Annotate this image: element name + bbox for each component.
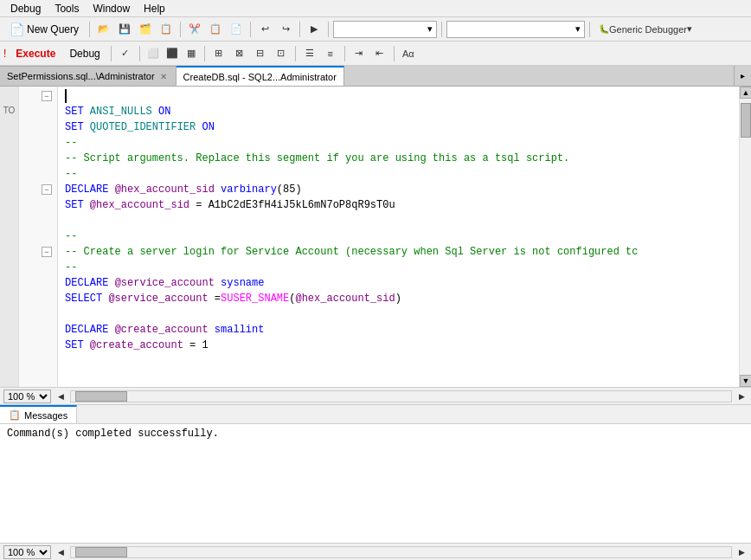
comment-6: --	[65, 260, 77, 275]
code-line-cursor	[65, 88, 732, 104]
t2-btn12[interactable]: Aα	[399, 44, 418, 63]
t2-btn6[interactable]: ⊟	[251, 44, 270, 63]
kw-declare-3: DECLARE	[65, 322, 108, 338]
code-line-13: DECLARE @create_account smallint	[65, 322, 732, 338]
cut-button[interactable]: ✂️	[185, 20, 204, 39]
toolbar-row-1: 📄 New Query 📂 💾 🗂️ 📋 ✂️ 📋 📄 ↩ ↪ ▶ ▾ ▾ 🐛 …	[0, 17, 751, 42]
new-query-button[interactable]: 📄 New Query	[3, 20, 85, 39]
scroll-down-button[interactable]: ▼	[740, 375, 751, 387]
gutter-row-17	[19, 338, 57, 353]
t2-btn9[interactable]: ≡	[321, 44, 340, 63]
menu-tools[interactable]: Tools	[48, 1, 86, 16]
close-icon-setpermissions[interactable]: ✕	[158, 72, 169, 81]
hscroll-thumb[interactable]	[75, 391, 127, 402]
t2-btn1[interactable]: ⬜	[144, 44, 162, 63]
code-line-11: DECLARE @service_account sysname	[65, 275, 732, 291]
messages-horizontal-scrollbar[interactable]	[70, 546, 732, 558]
var-hex-account-3: @hex_account_sid	[295, 291, 395, 306]
kw-set-1: SET	[65, 104, 84, 119]
separator-t2-1	[111, 46, 112, 61]
code-line-empty-2	[65, 306, 732, 322]
undo-button[interactable]: ↩	[255, 20, 274, 39]
redo-button[interactable]: ↪	[276, 20, 295, 39]
menu-help[interactable]: Help	[137, 1, 172, 16]
fn-suser-sname: SUSER_SNAME	[221, 291, 289, 306]
messages-zoom-select[interactable]: 100 %	[3, 545, 51, 559]
save-all-button[interactable]: 🗂️	[136, 20, 155, 39]
gutter-row-9	[19, 213, 57, 229]
save-button[interactable]: 💾	[115, 20, 134, 39]
separator-1	[89, 22, 90, 37]
gutter-row-11: −	[19, 244, 57, 260]
tab-spacer	[344, 66, 734, 86]
execute-button[interactable]: Execute	[10, 44, 61, 63]
server-dropdown[interactable]: ▾	[446, 21, 585, 38]
t2-btn2[interactable]: ⬛	[164, 44, 181, 63]
hscroll-right-button[interactable]: ▶	[735, 390, 748, 402]
to-label: TO	[3, 106, 16, 115]
msg-hscroll-left-button[interactable]: ◀	[55, 546, 67, 558]
kw-set-3: SET	[65, 197, 84, 213]
separator-6	[441, 22, 442, 37]
kw-declare-1: DECLARE	[65, 182, 108, 197]
msg-hscroll-thumb[interactable]	[75, 547, 127, 557]
generic-debugger-arrow-icon: ▾	[687, 23, 692, 35]
t2-btn4[interactable]: ⊞	[209, 44, 228, 63]
toolbar-nav-button[interactable]: ▶	[305, 20, 324, 39]
hscroll-left-button[interactable]: ◀	[55, 390, 67, 402]
editor-vertical-scrollbar[interactable]: ▲ ▼	[739, 87, 751, 387]
messages-content: Command(s) completed successfully.	[0, 424, 751, 543]
var-hex-account: @hex_account_sid	[115, 182, 215, 197]
gutter-row-5	[19, 151, 57, 166]
messages-tab-icon: 📋	[9, 409, 21, 421]
menu-debug[interactable]: Debug	[3, 1, 48, 16]
tab-setpermissions[interactable]: SetPermissions.sql...\Administrator ✕	[0, 66, 177, 86]
editor-content[interactable]: SET ANSI_NULLS ON SET QUOTED_IDENTIFIER …	[58, 87, 739, 387]
var-create-account: @create_account	[115, 322, 209, 338]
tab-messages[interactable]: 📋 Messages	[0, 405, 77, 423]
horizontal-scrollbar[interactable]	[70, 390, 732, 402]
open-file-button[interactable]: 📂	[94, 20, 113, 39]
tab-scroll-button[interactable]: ▸	[734, 66, 751, 86]
execute-icon: !	[3, 48, 6, 60]
collapse-button-11[interactable]: −	[42, 247, 52, 257]
collapse-button-7[interactable]: −	[42, 184, 52, 195]
menu-window[interactable]: Window	[86, 1, 137, 16]
execute-label: Execute	[16, 48, 55, 60]
zoom-select[interactable]: 100 %	[3, 389, 51, 403]
t2-btn8[interactable]: ☰	[300, 44, 319, 63]
t2-btn10[interactable]: ⇥	[350, 44, 369, 63]
tab-createdb[interactable]: CreateDB.sql - SQL2...Administrator	[177, 66, 344, 86]
separator-t2-6	[394, 46, 395, 61]
code-line-8: --	[65, 229, 732, 244]
gutter-row-1: −	[19, 88, 57, 104]
copy-button[interactable]: 📋	[206, 20, 225, 39]
t2-btn5[interactable]: ⊠	[230, 44, 249, 63]
code-line-3: --	[65, 135, 732, 151]
paste-button[interactable]: 📄	[227, 20, 246, 39]
collapse-button-1[interactable]: −	[42, 91, 52, 101]
t2-btn3[interactable]: ▦	[183, 44, 200, 63]
separator-t2-5	[344, 46, 345, 61]
separator-2	[180, 22, 181, 37]
separator-7	[589, 22, 590, 37]
code-line-12: SELECT @service_account = SUSER_SNAME ( …	[65, 291, 732, 306]
toolbar-btn-doc[interactable]: 📋	[157, 20, 176, 39]
code-line-5: --	[65, 166, 732, 182]
t2-btn7[interactable]: ⊡	[272, 44, 291, 63]
line-gutter: − − −	[19, 87, 58, 387]
debugger-dropdown-button[interactable]: 🐛 Generic Debugger ▾	[594, 20, 696, 39]
gutter-row-7: −	[19, 182, 57, 197]
scrollbar-track[interactable]	[740, 99, 751, 375]
database-dropdown[interactable]: ▾	[333, 21, 437, 38]
msg-hscroll-right-button[interactable]: ▶	[735, 546, 748, 558]
t2-btn11[interactable]: ⇤	[370, 44, 389, 63]
check-button[interactable]: ✓	[116, 44, 135, 63]
left-sidebar: TO	[0, 87, 19, 387]
debug-button[interactable]: Debug	[63, 44, 106, 63]
gutter-row-10	[19, 229, 57, 244]
var-service-account-2: @service_account	[108, 291, 208, 306]
server-dropdown-arrow-icon: ▾	[575, 23, 581, 35]
scroll-up-button[interactable]: ▲	[740, 87, 751, 99]
scrollbar-thumb[interactable]	[741, 103, 751, 138]
